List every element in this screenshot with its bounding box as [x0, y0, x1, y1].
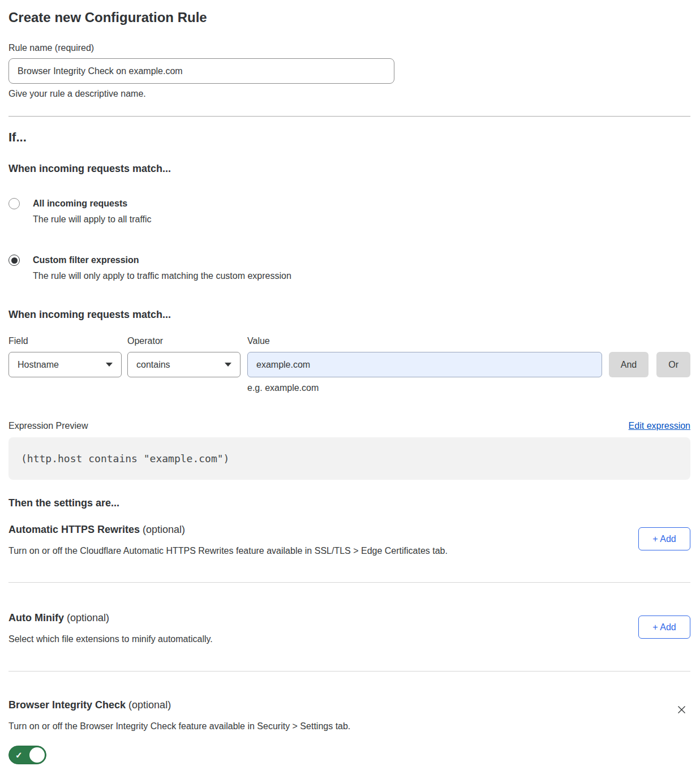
close-icon: [676, 704, 687, 715]
setting-description: Turn on or off the Browser Integrity Che…: [8, 721, 350, 732]
expression-preview-label: Expression Preview: [8, 420, 88, 431]
setting-title-line: Automatic HTTPS Rewrites (optional): [8, 523, 448, 536]
setting-title-line: Browser Integrity Check (optional): [8, 699, 350, 711]
setting-title: Browser Integrity Check: [8, 699, 126, 711]
then-settings-heading: Then the settings are...: [8, 497, 690, 509]
browser-integrity-check-toggle[interactable]: ✓: [8, 746, 46, 764]
radio-all-incoming-desc: The rule will apply to all traffic: [33, 213, 152, 226]
setting-title: Automatic HTTPS Rewrites: [8, 524, 140, 535]
add-auto-minify-button[interactable]: + Add: [638, 616, 690, 639]
chevron-down-icon: [225, 363, 231, 367]
setting-row: Automatic HTTPS Rewrites (optional) Turn…: [8, 523, 690, 557]
expression-builder-row: Field Hostname Operator contains Value e…: [8, 335, 690, 393]
setting-optional-tag: (optional): [128, 699, 171, 711]
page-title: Create new Configuration Rule: [8, 9, 690, 25]
edit-expression-link[interactable]: Edit expression: [629, 421, 690, 431]
setting-texts: Auto Minify (optional) Select which file…: [8, 612, 213, 645]
operator-column: Operator contains: [127, 335, 241, 377]
expression-code-text: (http.host contains "example.com"): [21, 453, 229, 464]
expression-preview-code: (http.host contains "example.com"): [8, 437, 690, 480]
radio-custom-filter-desc: The rule will only apply to traffic matc…: [33, 270, 291, 282]
operator-label: Operator: [127, 335, 241, 346]
rule-name-label: Rule name (required): [8, 42, 690, 53]
chevron-down-icon: [106, 363, 113, 367]
expression-preview-header: Expression Preview Edit expression: [8, 420, 690, 431]
radio-custom-filter-label[interactable]: Custom filter expression: [33, 254, 291, 266]
rule-name-help: Give your rule a descriptive name.: [8, 88, 690, 99]
field-label: Field: [8, 335, 122, 346]
create-configuration-rule-page: Create new Configuration Rule Rule name …: [0, 9, 700, 767]
or-button[interactable]: Or: [656, 352, 690, 377]
rule-name-input[interactable]: [8, 58, 394, 84]
radio-option-all-incoming[interactable]: All incoming requests The rule will appl…: [8, 197, 690, 226]
setting-auto-minify: Auto Minify (optional) Select which file…: [8, 583, 690, 671]
operator-select[interactable]: contains: [127, 352, 241, 377]
radio-all-incoming-label[interactable]: All incoming requests: [33, 197, 152, 210]
setting-title: Auto Minify: [8, 612, 64, 623]
setting-automatic-https-rewrites: Automatic HTTPS Rewrites (optional) Turn…: [8, 509, 690, 582]
setting-description: Turn on or off the Cloudflare Automatic …: [8, 545, 448, 557]
builder-heading: When incoming requests match...: [8, 308, 690, 321]
setting-title-line: Auto Minify (optional): [8, 612, 213, 624]
radio-custom-filter[interactable]: [8, 255, 20, 266]
and-button[interactable]: And: [609, 352, 649, 377]
toggle-knob[interactable]: [29, 747, 45, 763]
value-hint: e.g. example.com: [247, 382, 602, 393]
if-heading: If...: [8, 130, 690, 145]
match-heading: When incoming requests match...: [8, 162, 690, 175]
section-divider: [8, 116, 690, 117]
radio-option-texts: All incoming requests The rule will appl…: [33, 197, 152, 226]
add-automatic-https-rewrites-button[interactable]: + Add: [638, 527, 690, 550]
setting-row: Auto Minify (optional) Select which file…: [8, 612, 690, 645]
setting-texts: Browser Integrity Check (optional) Turn …: [8, 699, 350, 732]
setting-texts: Automatic HTTPS Rewrites (optional) Turn…: [8, 523, 448, 557]
setting-optional-tag: (optional): [143, 524, 185, 535]
remove-setting-button[interactable]: [674, 702, 689, 717]
field-select[interactable]: Hostname: [8, 352, 122, 377]
radio-option-texts: Custom filter expression The rule will o…: [33, 254, 291, 282]
check-icon: ✓: [15, 750, 23, 760]
field-column: Field Hostname: [8, 335, 122, 377]
setting-description: Select which file extensions to minify a…: [8, 634, 213, 645]
field-select-value: Hostname: [18, 360, 59, 370]
setting-browser-integrity-check: Browser Integrity Check (optional) Turn …: [8, 672, 690, 767]
radio-all-incoming[interactable]: [8, 198, 20, 209]
setting-row: Browser Integrity Check (optional) Turn …: [8, 699, 690, 732]
value-input[interactable]: [247, 352, 602, 377]
value-column: Value e.g. example.com: [247, 335, 602, 393]
and-or-buttons: And Or: [609, 352, 690, 377]
radio-option-custom-filter[interactable]: Custom filter expression The rule will o…: [8, 254, 690, 282]
operator-select-value: contains: [136, 360, 170, 370]
setting-optional-tag: (optional): [67, 612, 109, 623]
value-label: Value: [247, 335, 602, 346]
